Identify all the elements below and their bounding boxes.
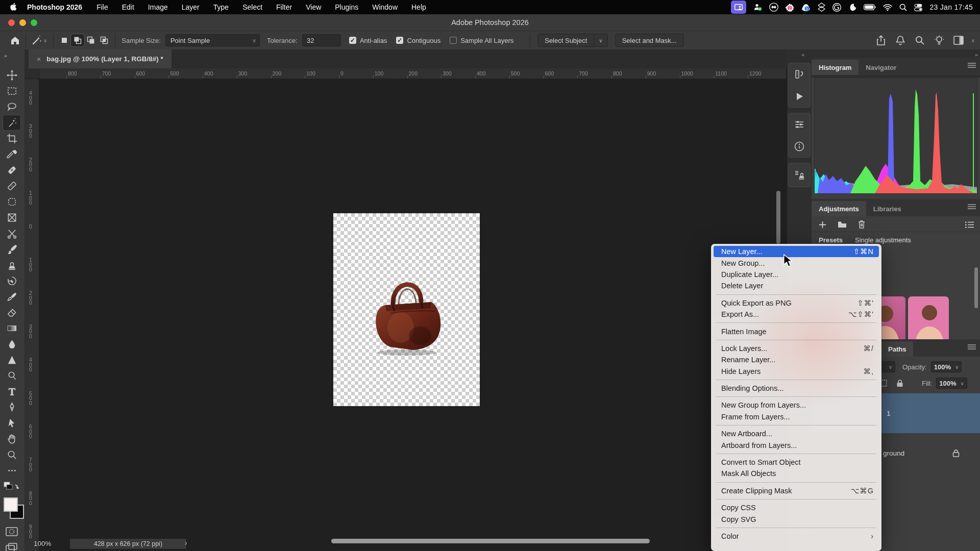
- preset-thumbnail[interactable]: [908, 296, 949, 342]
- menubar-item-file[interactable]: File: [96, 3, 108, 11]
- menu-item-new-layer[interactable]: New Layer...⇧⌘N: [714, 246, 879, 257]
- chevron-down-icon[interactable]: ∨: [971, 38, 975, 43]
- tab-adjustments[interactable]: Adjustments: [812, 201, 866, 216]
- menu-item-hide-layers[interactable]: Hide Layers⌘,: [711, 366, 881, 377]
- menubar-item-type[interactable]: Type: [213, 3, 229, 11]
- status-chevron-icon[interactable]: ›: [185, 539, 187, 547]
- creative-cloud-icon[interactable]: [769, 2, 778, 13]
- vertical-ruler[interactable]: 4 0 03 0 02 0 01 0 001 0 02 0 03 0 04 0 …: [24, 68, 39, 551]
- fill-value[interactable]: 100%∨: [936, 378, 967, 389]
- tool-magic-wand[interactable]: [3, 115, 20, 130]
- tab-libraries[interactable]: Libraries: [866, 201, 909, 216]
- add-adjustment-icon[interactable]: [819, 221, 826, 229]
- menu-item-frame-from-layers[interactable]: Frame from Layers...: [711, 411, 881, 422]
- tab-navigator[interactable]: Navigator: [859, 60, 903, 75]
- tool-clone-stamp[interactable]: [3, 258, 20, 272]
- close-window-button[interactable]: [8, 19, 15, 26]
- panel-menu-icon[interactable]: [968, 344, 976, 350]
- tool-pen[interactable]: [3, 400, 20, 415]
- spotlight-search-icon[interactable]: [899, 2, 907, 13]
- menu-item-blending-options[interactable]: Blending Options...: [711, 383, 881, 394]
- menubar-clock[interactable]: 23 Jan 17:45: [929, 3, 973, 11]
- horizontal-ruler[interactable]: 8007006005004003002001000100200300400500…: [39, 68, 786, 79]
- tool-brush[interactable]: [3, 242, 20, 257]
- menu-item-mask-all-objects[interactable]: Mask All Objects: [711, 468, 881, 479]
- app-badge-2-icon[interactable]: 2: [786, 2, 794, 13]
- swap-colors-icon[interactable]: [3, 481, 20, 494]
- menubar-item-filter[interactable]: Filter: [276, 3, 292, 11]
- menu-item-duplicate-layer[interactable]: Duplicate Layer...: [711, 269, 881, 280]
- tool-frame[interactable]: [3, 210, 20, 225]
- home-button[interactable]: [8, 34, 21, 47]
- menubar-item-help[interactable]: Help: [411, 3, 426, 11]
- tool-scissors[interactable]: [3, 226, 20, 241]
- foreground-color-swatch[interactable]: [4, 497, 18, 512]
- menubar-item-window[interactable]: Window: [372, 3, 398, 11]
- tool-sharpen[interactable]: [3, 353, 20, 367]
- panel-strip-info-icon[interactable]: [791, 138, 808, 155]
- tool-dodge[interactable]: [3, 368, 20, 383]
- tolerance-input[interactable]: 32: [302, 34, 341, 46]
- menu-item-delete-layer[interactable]: Delete Layer: [711, 280, 881, 291]
- screen-mode-button[interactable]: [3, 540, 20, 551]
- sample-size-select[interactable]: Point Sample ∨: [165, 34, 260, 46]
- tool-crop[interactable]: [3, 131, 20, 146]
- do-not-disturb-moon-icon[interactable]: [848, 2, 856, 13]
- checkbox-box[interactable]: ✓: [349, 37, 356, 44]
- tool-preset-chevron-icon[interactable]: ∨: [43, 38, 47, 43]
- checkbox-box[interactable]: [450, 37, 457, 44]
- menu-item-quick-export-as-png[interactable]: Quick Export as PNG⇧⌘': [711, 297, 881, 309]
- tool-patch[interactable]: [3, 194, 20, 209]
- menu-item-new-artboard[interactable]: New Artboard...: [711, 428, 881, 439]
- minimize-window-button[interactable]: [19, 19, 26, 26]
- menu-item-color[interactable]: Color›: [711, 531, 881, 542]
- menu-item-copy-svg[interactable]: Copy SVG: [711, 513, 881, 524]
- tool-path-select[interactable]: [3, 416, 20, 431]
- layer-lock-icon[interactable]: [952, 449, 960, 457]
- document-canvas[interactable]: [333, 213, 480, 406]
- panel-scrollbar[interactable]: [974, 267, 978, 308]
- menu-item-new-group[interactable]: New Group...: [711, 257, 881, 268]
- tool-type[interactable]: [3, 384, 20, 399]
- tool-spot-healing[interactable]: [3, 163, 20, 178]
- panel-strip-history-icon[interactable]: [791, 66, 808, 83]
- subtab-single-adjustments[interactable]: Single adjustments: [855, 236, 911, 244]
- control-center-icon[interactable]: [914, 2, 922, 13]
- new-group-folder-icon[interactable]: [838, 221, 847, 228]
- stats-app-icon[interactable]: 2: [801, 2, 811, 13]
- search-icon[interactable]: [913, 34, 926, 47]
- panel-strip-clone-source-icon[interactable]: [791, 166, 808, 184]
- selection-mode-subtract-button[interactable]: [84, 34, 97, 46]
- expand-panels-chevrons[interactable]: »: [975, 52, 978, 58]
- opacity-value[interactable]: 100%∨: [931, 361, 962, 372]
- zoom-window-button[interactable]: [31, 19, 37, 26]
- checkbox-box[interactable]: ✓: [396, 37, 403, 44]
- tool-move[interactable]: [3, 68, 20, 83]
- tool-zoom[interactable]: [3, 447, 20, 462]
- menubar-item-plugins[interactable]: Plugins: [335, 3, 358, 11]
- menu-item-copy-css[interactable]: Copy CSS: [711, 502, 881, 513]
- close-tab-icon[interactable]: ×: [37, 55, 41, 63]
- tool-preset-magic-wand-icon[interactable]: [30, 34, 43, 47]
- menubar-app-name[interactable]: Photoshop 2026: [27, 3, 82, 11]
- tool-healing-brush[interactable]: [3, 179, 20, 193]
- tool-marquee[interactable]: [3, 84, 20, 98]
- share-icon[interactable]: [874, 34, 888, 47]
- list-view-icon[interactable]: [965, 221, 974, 228]
- panel-strip-actions-icon[interactable]: [791, 88, 808, 105]
- menubar-item-image[interactable]: Image: [148, 3, 168, 11]
- status-zoom-level[interactable]: 100%: [34, 540, 52, 547]
- tab-paths[interactable]: Paths: [881, 341, 913, 357]
- tool-blur[interactable]: [3, 337, 20, 352]
- checkbox-anti-alias[interactable]: ✓Anti-alias: [349, 37, 387, 44]
- ruler-corner[interactable]: [24, 68, 39, 79]
- menubar-item-layer[interactable]: Layer: [182, 3, 200, 11]
- lock-all-icon[interactable]: [896, 379, 903, 387]
- checkbox-sample-all-layers[interactable]: Sample All Layers: [450, 37, 513, 44]
- selection-mode-intersect-button[interactable]: [97, 34, 111, 46]
- quick-mask-button[interactable]: [3, 524, 20, 539]
- horizontal-scrollbar[interactable]: [331, 539, 650, 543]
- menu-item-export-as[interactable]: Export As...⌥⇧⌘': [711, 309, 881, 320]
- tab-histogram[interactable]: Histogram: [812, 60, 859, 75]
- tool-smudge[interactable]: [3, 289, 20, 304]
